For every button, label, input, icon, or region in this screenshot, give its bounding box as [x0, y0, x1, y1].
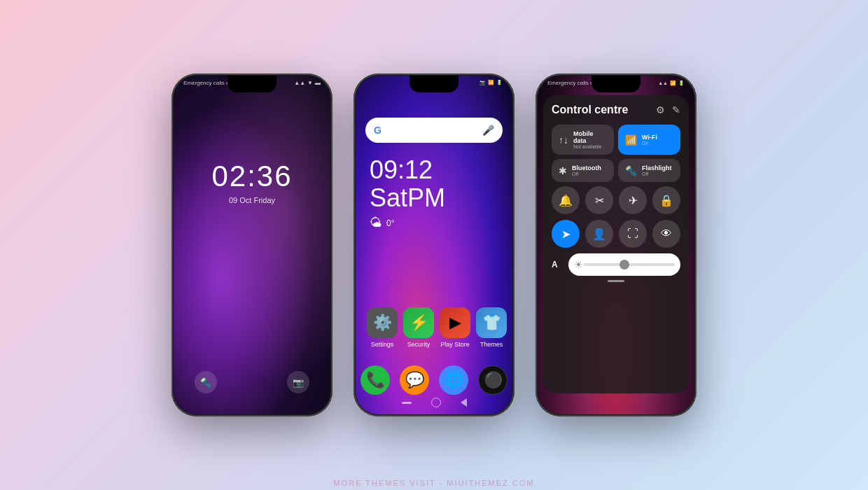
- auto-brightness-label: A: [552, 260, 563, 270]
- phone3: Emergency calls o ▲▲ 📶 🔋 Control centre …: [536, 74, 696, 416]
- brightness-slider[interactable]: ☀: [568, 253, 680, 276]
- profile-button[interactable]: 👤: [585, 220, 613, 248]
- signal-icon: ▲▲: [294, 80, 305, 86]
- flashlight-icon: 🔦: [200, 377, 211, 388]
- airplane-button[interactable]: ✈: [619, 186, 647, 214]
- phone2-wrapper: 📷 📶 🔋 G 🎤 09:12 SatPM 🌤 0°: [354, 74, 514, 416]
- phone1-wrapper: Emergency calls only ▲▲ ▼ ▬ 02:36 09 Oct…: [172, 74, 332, 416]
- playstore-label: Play Store: [440, 341, 470, 348]
- bluetooth-toggle[interactable]: ✱ Bluetooth Off: [552, 159, 614, 182]
- playstore-icon: ▶: [440, 307, 470, 338]
- app-playstore[interactable]: ▶ Play Store: [440, 307, 470, 348]
- camera-button[interactable]: 📷: [287, 371, 309, 393]
- dock: 📞 💬 🌐 ⚫: [356, 365, 512, 395]
- fullscreen-button[interactable]: ⛶: [619, 220, 647, 248]
- security-icon: ⚡: [403, 307, 434, 338]
- control-header-icons: ⚙ ✎: [656, 104, 680, 115]
- status-left3: Emergency calls o: [547, 80, 593, 86]
- home-hour-min: 09:12: [370, 155, 433, 184]
- security-label: Security: [407, 341, 430, 348]
- settings-ctrl-icon[interactable]: ⚙: [656, 104, 665, 115]
- search-bar[interactable]: G 🎤: [365, 118, 503, 143]
- status-icons2: 📷 📶 🔋: [479, 80, 503, 85]
- wifi3-icon: 📶: [670, 80, 676, 86]
- camera-status-icon: 📷: [479, 80, 486, 85]
- weather-icon: 🌤: [370, 216, 382, 230]
- phone1-inner: Emergency calls only ▲▲ ▼ ▬ 02:36 09 Oct…: [174, 76, 330, 414]
- status-icons3: ▲▲ 📶 🔋: [658, 80, 685, 86]
- bluetooth-icon: ✱: [559, 165, 567, 176]
- flashlight-sub: Off: [642, 172, 672, 176]
- mic-icon: 🎤: [482, 125, 494, 136]
- phone1-background: [174, 76, 330, 414]
- browser-icon[interactable]: 🌐: [439, 365, 468, 395]
- settings-icon: ⚙️: [367, 307, 398, 338]
- edit-ctrl-icon[interactable]: ✎: [672, 104, 680, 115]
- mobile-data-sub: Not available: [573, 144, 607, 149]
- app-settings[interactable]: ⚙️ Settings: [367, 307, 398, 348]
- bluetooth-label: Bluetooth: [572, 164, 601, 172]
- settings-label: Settings: [371, 341, 394, 348]
- phone1: Emergency calls only ▲▲ ▼ ▬ 02:36 09 Oct…: [172, 74, 332, 416]
- temperature: 0°: [386, 218, 394, 228]
- bell-button[interactable]: 🔔: [552, 186, 580, 214]
- mobile-data-label: Mobile data: [573, 130, 607, 144]
- lock-button[interactable]: 🔒: [652, 186, 680, 214]
- nav-recent[interactable]: [461, 398, 467, 407]
- home-clock: 09:12 SatPM: [370, 156, 445, 211]
- themes-label: Themes: [480, 341, 503, 348]
- control-panel: Control centre ⚙ ✎ ↑↓ Mobile data Not av…: [543, 95, 689, 393]
- location-button[interactable]: ➤: [552, 220, 580, 248]
- brightness-row: A ☀: [552, 253, 680, 276]
- app-security[interactable]: ⚡ Security: [403, 307, 434, 348]
- wifi-status-icon: 📶: [488, 80, 494, 85]
- bluetooth-text: Bluetooth Off: [572, 164, 601, 176]
- flashlight-text: Flashlight Off: [642, 164, 672, 176]
- eye-button[interactable]: 👁: [652, 220, 680, 248]
- brightness-thumb: [620, 260, 629, 270]
- battery-icon: ▬: [315, 80, 321, 86]
- notch3: [592, 76, 640, 92]
- wifi-toggle[interactable]: 📶 Wi-Fi On: [618, 125, 680, 155]
- lock-date: 09 Oct Friday: [174, 196, 330, 204]
- toggle-grid-top: ↑↓ Mobile data Not available 📶 Wi-Fi On: [552, 125, 680, 182]
- wifi-text: Wi-Fi On: [642, 134, 657, 146]
- app-themes[interactable]: 👕 Themes: [476, 307, 507, 348]
- watermark: MORE THEMES VISIT - MIUITHEMEZ.COM: [0, 476, 868, 490]
- nav-home[interactable]: [402, 402, 412, 404]
- flashlight-ctrl-icon: 🔦: [625, 165, 637, 176]
- flashlight-toggle[interactable]: 🔦 Flashlight Off: [618, 159, 680, 182]
- nav-back[interactable]: [431, 398, 441, 407]
- flashlight-button[interactable]: 🔦: [195, 371, 217, 393]
- home-time: 09:12 SatPM: [370, 156, 445, 211]
- round-grid-2: ➤ 👤 ⛶ 👁: [552, 220, 680, 248]
- mobile-data-text: Mobile data Not available: [573, 130, 607, 149]
- google-logo: G: [374, 125, 382, 136]
- messages-icon[interactable]: 💬: [400, 365, 429, 395]
- wifi-sub: On: [642, 141, 657, 146]
- nav-indicator: [608, 280, 624, 282]
- nav-bar2: [356, 398, 512, 407]
- control-header: Control centre ⚙ ✎: [552, 104, 680, 116]
- mobile-data-toggle[interactable]: ↑↓ Mobile data Not available: [552, 125, 614, 155]
- lock-bottom-icons: 🔦 📷: [174, 371, 330, 393]
- notch: [227, 76, 276, 92]
- camera-icon: 📷: [293, 377, 304, 388]
- signal3-icon: ▲▲: [658, 80, 668, 85]
- notch2: [410, 76, 458, 92]
- battery3-icon: 🔋: [678, 80, 685, 86]
- phone-icon[interactable]: 📞: [360, 365, 390, 395]
- round-grid-1: 🔔 ✂ ✈ 🔒: [552, 186, 680, 214]
- brightness-icon: ☀: [574, 259, 583, 270]
- wifi-toggle-icon: 📶: [625, 134, 637, 146]
- mobile-data-icon: ↑↓: [559, 134, 568, 146]
- brightness-track: [583, 263, 675, 266]
- control-nav: [552, 280, 680, 282]
- bluetooth-sub: Off: [572, 172, 601, 176]
- phone2-inner: 📷 📶 🔋 G 🎤 09:12 SatPM 🌤 0°: [356, 76, 512, 414]
- status-icons: ▲▲ ▼ ▬: [294, 80, 321, 86]
- screenshot-button[interactable]: ✂: [585, 186, 613, 214]
- camera-dock-icon[interactable]: ⚫: [478, 365, 507, 395]
- phone3-inner: Emergency calls o ▲▲ 📶 🔋 Control centre …: [538, 76, 694, 414]
- phone2: 📷 📶 🔋 G 🎤 09:12 SatPM 🌤 0°: [354, 74, 514, 416]
